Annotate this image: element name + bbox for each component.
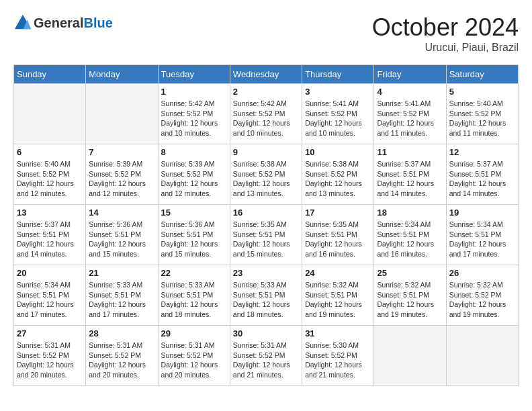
day-of-week-header: Thursday [302,65,374,84]
day-info: Sunrise: 5:30 AM Sunset: 5:52 PM Dayligh… [305,340,371,380]
day-of-week-header: Monday [86,65,158,84]
day-of-week-header: Sunday [14,65,86,84]
calendar-week-row: 1Sunrise: 5:42 AM Sunset: 5:52 PM Daylig… [14,84,519,144]
day-number: 28 [89,328,154,338]
day-number: 30 [233,328,299,338]
day-info: Sunrise: 5:37 AM Sunset: 5:51 PM Dayligh… [449,159,515,199]
day-info: Sunrise: 5:39 AM Sunset: 5:52 PM Dayligh… [161,159,227,199]
day-number: 11 [377,147,443,157]
day-info: Sunrise: 5:37 AM Sunset: 5:51 PM Dayligh… [17,220,83,259]
day-number: 24 [305,268,371,278]
calendar-table: SundayMondayTuesdayWednesdayThursdayFrid… [13,64,519,386]
day-number: 4 [377,87,443,97]
day-info: Sunrise: 5:32 AM Sunset: 5:51 PM Dayligh… [305,280,371,320]
day-of-week-header: Tuesday [158,65,230,84]
day-info: Sunrise: 5:38 AM Sunset: 5:52 PM Dayligh… [305,159,371,199]
calendar-day-cell: 28Sunrise: 5:31 AM Sunset: 5:52 PM Dayli… [86,326,158,386]
title-section: October 2024 Urucui, Piaui, Brazil [372,13,519,54]
calendar-week-row: 27Sunrise: 5:31 AM Sunset: 5:52 PM Dayli… [14,326,519,386]
day-number: 3 [305,87,371,97]
day-info: Sunrise: 5:34 AM Sunset: 5:51 PM Dayligh… [17,280,83,320]
day-info: Sunrise: 5:40 AM Sunset: 5:52 PM Dayligh… [17,159,83,199]
calendar-day-cell [374,326,446,386]
calendar-day-cell: 8Sunrise: 5:39 AM Sunset: 5:52 PM Daylig… [158,144,230,205]
day-number: 14 [89,208,154,218]
calendar-day-cell: 10Sunrise: 5:38 AM Sunset: 5:52 PM Dayli… [302,144,374,205]
calendar-day-cell: 18Sunrise: 5:34 AM Sunset: 5:51 PM Dayli… [374,205,446,265]
calendar-day-cell: 26Sunrise: 5:32 AM Sunset: 5:52 PM Dayli… [446,265,518,326]
calendar-day-cell: 25Sunrise: 5:32 AM Sunset: 5:51 PM Dayli… [374,265,446,326]
logo-icon [13,13,32,32]
day-info: Sunrise: 5:36 AM Sunset: 5:51 PM Dayligh… [89,220,154,259]
day-info: Sunrise: 5:39 AM Sunset: 5:52 PM Dayligh… [89,159,154,199]
day-number: 29 [161,328,227,338]
day-number: 6 [17,147,83,157]
location-title: Urucui, Piaui, Brazil [372,42,519,54]
calendar-day-cell [86,84,158,144]
calendar-day-cell: 23Sunrise: 5:33 AM Sunset: 5:51 PM Dayli… [230,265,302,326]
calendar-day-cell: 17Sunrise: 5:35 AM Sunset: 5:51 PM Dayli… [302,205,374,265]
day-number: 2 [233,87,299,97]
calendar-header-row: SundayMondayTuesdayWednesdayThursdayFrid… [14,65,519,84]
day-number: 27 [17,328,83,338]
day-number: 9 [233,147,299,157]
calendar-day-cell: 24Sunrise: 5:32 AM Sunset: 5:51 PM Dayli… [302,265,374,326]
calendar-day-cell: 20Sunrise: 5:34 AM Sunset: 5:51 PM Dayli… [14,265,86,326]
calendar-day-cell: 9Sunrise: 5:38 AM Sunset: 5:52 PM Daylig… [230,144,302,205]
calendar-day-cell: 3Sunrise: 5:41 AM Sunset: 5:52 PM Daylig… [302,84,374,144]
day-info: Sunrise: 5:34 AM Sunset: 5:51 PM Dayligh… [377,220,443,259]
day-info: Sunrise: 5:41 AM Sunset: 5:52 PM Dayligh… [377,99,443,138]
calendar-day-cell: 13Sunrise: 5:37 AM Sunset: 5:51 PM Dayli… [14,205,86,265]
day-info: Sunrise: 5:31 AM Sunset: 5:52 PM Dayligh… [89,340,154,380]
month-title: October 2024 [372,13,519,42]
day-info: Sunrise: 5:42 AM Sunset: 5:52 PM Dayligh… [233,99,299,138]
day-number: 12 [449,147,515,157]
day-number: 16 [233,208,299,218]
day-info: Sunrise: 5:37 AM Sunset: 5:51 PM Dayligh… [377,159,443,199]
day-number: 7 [89,147,154,157]
day-info: Sunrise: 5:36 AM Sunset: 5:51 PM Dayligh… [161,220,227,259]
calendar-day-cell: 31Sunrise: 5:30 AM Sunset: 5:52 PM Dayli… [302,326,374,386]
day-number: 20 [17,268,83,278]
day-info: Sunrise: 5:33 AM Sunset: 5:51 PM Dayligh… [89,280,154,320]
day-of-week-header: Wednesday [230,65,302,84]
calendar-day-cell [446,326,518,386]
calendar-day-cell: 19Sunrise: 5:34 AM Sunset: 5:51 PM Dayli… [446,205,518,265]
calendar-day-cell: 11Sunrise: 5:37 AM Sunset: 5:51 PM Dayli… [374,144,446,205]
day-of-week-header: Friday [374,65,446,84]
day-number: 8 [161,147,227,157]
day-number: 10 [305,147,371,157]
day-number: 17 [305,208,371,218]
day-info: Sunrise: 5:34 AM Sunset: 5:51 PM Dayligh… [449,220,515,259]
calendar-day-cell: 12Sunrise: 5:37 AM Sunset: 5:51 PM Dayli… [446,144,518,205]
day-number: 15 [161,208,227,218]
calendar-day-cell: 15Sunrise: 5:36 AM Sunset: 5:51 PM Dayli… [158,205,230,265]
day-number: 25 [377,268,443,278]
day-number: 5 [449,87,515,97]
day-number: 31 [305,328,371,338]
calendar-day-cell: 4Sunrise: 5:41 AM Sunset: 5:52 PM Daylig… [374,84,446,144]
calendar-week-row: 20Sunrise: 5:34 AM Sunset: 5:51 PM Dayli… [14,265,519,326]
calendar-day-cell: 21Sunrise: 5:33 AM Sunset: 5:51 PM Dayli… [86,265,158,326]
calendar-day-cell: 2Sunrise: 5:42 AM Sunset: 5:52 PM Daylig… [230,84,302,144]
day-info: Sunrise: 5:33 AM Sunset: 5:51 PM Dayligh… [233,280,299,320]
calendar-day-cell: 30Sunrise: 5:31 AM Sunset: 5:52 PM Dayli… [230,326,302,386]
calendar-day-cell: 29Sunrise: 5:31 AM Sunset: 5:52 PM Dayli… [158,326,230,386]
day-number: 22 [161,268,227,278]
calendar-day-cell: 6Sunrise: 5:40 AM Sunset: 5:52 PM Daylig… [14,144,86,205]
calendar-day-cell: 5Sunrise: 5:40 AM Sunset: 5:52 PM Daylig… [446,84,518,144]
calendar-day-cell [14,84,86,144]
calendar-day-cell: 7Sunrise: 5:39 AM Sunset: 5:52 PM Daylig… [86,144,158,205]
page-header: GeneralBlue October 2024 Urucui, Piaui, … [13,13,519,54]
day-of-week-header: Saturday [446,65,518,84]
day-info: Sunrise: 5:32 AM Sunset: 5:52 PM Dayligh… [449,280,515,320]
day-info: Sunrise: 5:35 AM Sunset: 5:51 PM Dayligh… [233,220,299,259]
day-info: Sunrise: 5:31 AM Sunset: 5:52 PM Dayligh… [233,340,299,380]
day-number: 26 [449,268,515,278]
calendar-day-cell: 1Sunrise: 5:42 AM Sunset: 5:52 PM Daylig… [158,84,230,144]
day-number: 18 [377,208,443,218]
day-info: Sunrise: 5:33 AM Sunset: 5:51 PM Dayligh… [161,280,227,320]
day-number: 13 [17,208,83,218]
calendar-day-cell: 16Sunrise: 5:35 AM Sunset: 5:51 PM Dayli… [230,205,302,265]
day-info: Sunrise: 5:35 AM Sunset: 5:51 PM Dayligh… [305,220,371,259]
